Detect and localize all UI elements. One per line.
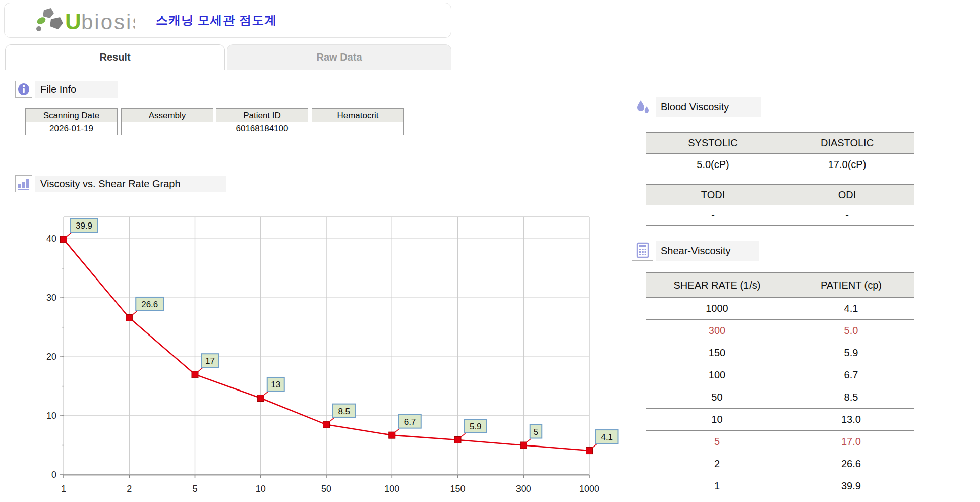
field-patient-id: Patient ID 60168184100	[216, 108, 308, 135]
data-label-text: 4.1	[601, 432, 613, 442]
shear-rate-cell: 1	[646, 475, 788, 497]
field-label: Scanning Date	[26, 109, 117, 122]
x-tick-label: 5	[192, 484, 197, 494]
field-assembly: Assembly	[121, 108, 213, 135]
x-tick-label: 100	[384, 484, 399, 494]
blood-viscosity-table: SYSTOLIC DIASTOLIC 5.0(cP) 17.0(cP)	[646, 132, 914, 176]
viscometer-report-page: U biosis 스캐닝 모세관 점도계 Result Raw Data Fil…	[0, 0, 980, 502]
diastolic-header: DIASTOLIC	[780, 133, 914, 154]
todi-header: TODI	[646, 185, 780, 205]
shear-viscosity-section-title: Shear-Viscosity	[656, 241, 759, 261]
table-row: 100 6.7	[646, 364, 914, 386]
y-tick-label: 20	[46, 352, 56, 362]
shear-rate-cell: 150	[646, 342, 788, 364]
data-label-text: 5.9	[470, 422, 482, 431]
patient-cell: 8.5	[788, 386, 914, 409]
field-hematocrit: Hematocrit	[312, 108, 404, 135]
field-scanning-date: Scanning Date 2026-01-19	[25, 108, 118, 135]
y-tick-label: 30	[46, 293, 56, 303]
data-label-text: 8.5	[338, 407, 350, 416]
systolic-value: 5.0(cP)	[646, 154, 780, 176]
systolic-header: SYSTOLIC	[646, 133, 780, 154]
field-label: Patient ID	[216, 109, 308, 122]
tab-raw-data[interactable]: Raw Data	[227, 44, 451, 70]
patient-cell: 39.9	[788, 475, 914, 497]
patient-cell: 17.0	[788, 431, 914, 453]
shear-rate-cell: 5	[646, 431, 788, 453]
shear-rate-cell: 2	[646, 453, 788, 475]
shear-rate-cell: 1000	[646, 298, 788, 320]
blood-drops-icon	[632, 96, 653, 117]
y-tick-label: 0	[51, 470, 56, 480]
todi-value: -	[646, 205, 780, 226]
table-row: 2 26.6	[646, 453, 914, 475]
table-row: 10 13.0	[646, 409, 914, 431]
x-tick-label: 300	[516, 484, 531, 494]
table-row: 5 17.0	[646, 431, 914, 453]
file-info-section-title: File Info	[35, 81, 118, 98]
table-header-row: SHEAR RATE (1/s) PATIENT (cp)	[646, 273, 914, 298]
x-tick-label: 2	[127, 484, 132, 494]
data-label-text: 26.6	[141, 300, 158, 309]
odi-header: ODI	[780, 185, 914, 205]
patient-header: PATIENT (cp)	[788, 273, 914, 298]
ubiosis-logo-icon: U biosis	[34, 7, 135, 33]
field-value	[122, 122, 213, 135]
viscosity-shear-rate-chart: 0102030401251050100150300100039.926.6171…	[30, 204, 625, 502]
blood-viscosity-section-title: Blood Viscosity	[656, 97, 761, 117]
field-value: 60168184100	[216, 122, 308, 135]
patient-cell: 5.0	[788, 320, 914, 342]
data-label-text: 6.7	[404, 417, 416, 427]
page-title: 스캐닝 모세관 점도계	[156, 12, 277, 28]
table-header-row: TODI ODI	[646, 185, 914, 205]
shear-rate-cell: 10	[646, 409, 788, 431]
data-label-text: 13	[271, 380, 280, 389]
y-tick-label: 10	[46, 411, 56, 421]
odi-value: -	[780, 205, 914, 226]
svg-text:U: U	[65, 9, 81, 33]
patient-cell: 26.6	[788, 453, 914, 475]
shear-rate-cell: 50	[646, 386, 788, 409]
x-tick-label: 1	[61, 484, 66, 494]
field-label: Assembly	[122, 109, 213, 122]
x-tick-label: 50	[321, 484, 331, 494]
svg-text:biosis: biosis	[81, 10, 135, 33]
diastolic-value: 17.0(cP)	[780, 154, 914, 176]
shear-viscosity-table: SHEAR RATE (1/s) PATIENT (cp) 1000 4.1 3…	[646, 272, 914, 497]
data-label-text: 39.9	[76, 221, 92, 231]
table-row: 1 39.9	[646, 475, 914, 497]
shear-rate-header: SHEAR RATE (1/s)	[646, 273, 788, 298]
patient-cell: 6.7	[788, 364, 914, 386]
data-label-text: 5	[534, 427, 538, 437]
x-tick-label: 1000	[579, 484, 599, 494]
info-icon	[15, 81, 32, 98]
patient-cell: 4.1	[788, 298, 914, 320]
field-label: Hematocrit	[312, 109, 403, 122]
patient-cell: 13.0	[788, 409, 914, 431]
app-header: U biosis 스캐닝 모세관 점도계	[4, 3, 451, 38]
graph-section-title: Viscosity vs. Shear Rate Graph	[35, 176, 226, 192]
table-row: 50 8.5	[646, 386, 914, 409]
table-row: 1000 4.1	[646, 298, 914, 320]
x-tick-label: 150	[450, 484, 465, 494]
tab-result[interactable]: Result	[5, 44, 225, 70]
shear-rate-cell: 100	[646, 364, 788, 386]
table-row: 300 5.0	[646, 320, 914, 342]
field-value: 2026-01-19	[26, 122, 117, 135]
field-value	[312, 122, 403, 135]
table-row: - -	[646, 205, 914, 226]
table-row: 150 5.9	[646, 342, 914, 364]
patient-cell: 5.9	[788, 342, 914, 364]
data-label-text: 17	[205, 356, 215, 366]
table-header-row: SYSTOLIC DIASTOLIC	[646, 133, 914, 154]
todi-odi-table: TODI ODI - -	[646, 184, 914, 226]
x-tick-label: 10	[256, 484, 266, 494]
bar-chart-icon	[15, 175, 32, 192]
table-row: 5.0(cP) 17.0(cP)	[646, 154, 914, 176]
y-tick-label: 40	[46, 234, 56, 244]
calculator-icon	[632, 240, 653, 261]
shear-rate-cell: 300	[646, 320, 788, 342]
chart-gridlines	[64, 217, 589, 475]
